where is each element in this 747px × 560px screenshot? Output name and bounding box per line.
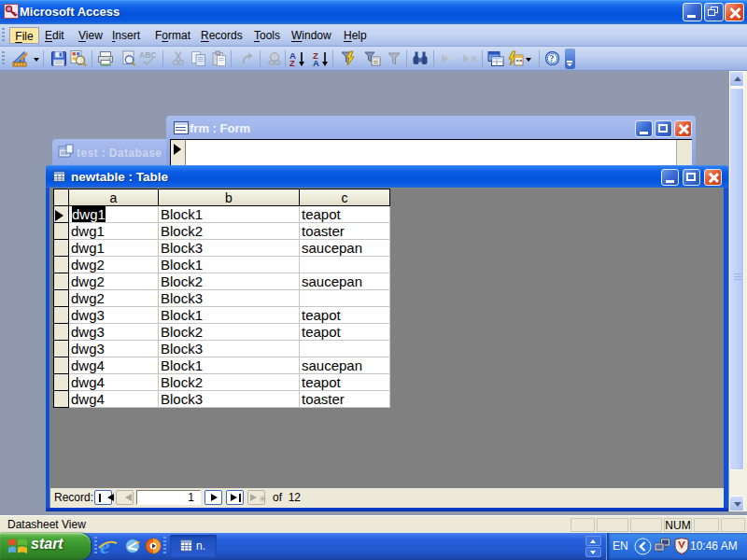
svg-text:A: A [313,58,319,67]
svg-text:ABC: ABC [139,50,156,60]
svg-text:Z: Z [289,58,295,67]
svg-text:?: ? [550,54,555,63]
